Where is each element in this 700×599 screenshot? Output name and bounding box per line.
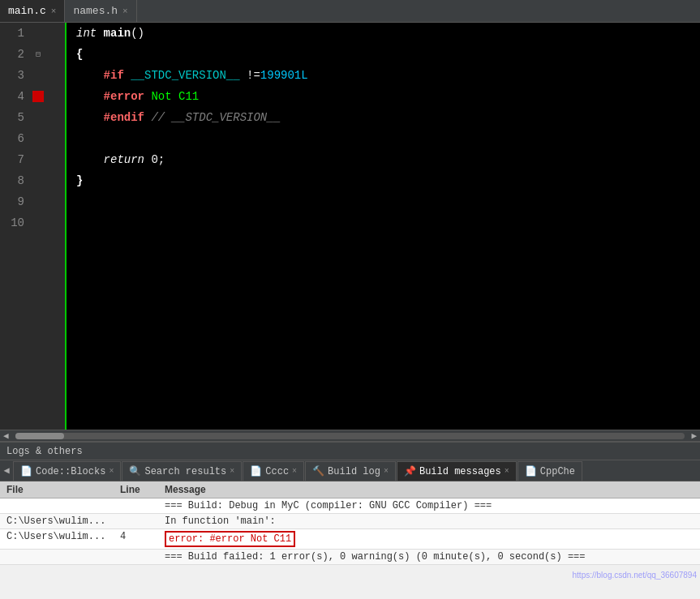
panel-tab-arrow-left[interactable]: ◀ [0, 460, 13, 481]
line-row-10: 10 [0, 212, 65, 233]
msg-line-3: 4 [120, 531, 165, 542]
code-line-10 [73, 212, 700, 233]
message-row-2: C:\Users\wulim... In function 'main': [0, 514, 700, 529]
code-line-3: #if __STDC_VERSION__ !=199901L [73, 65, 700, 86]
code-line-4: #error Not C11 [73, 86, 700, 107]
line-row-5: 5 [0, 107, 65, 128]
messages-header: File Line Message [0, 481, 700, 498]
code-open-brace: { [76, 48, 83, 61]
code-main-func: main [104, 27, 131, 40]
panel-tab-buildmessages-close[interactable]: × [505, 467, 509, 476]
code-hash-endif: #endif [76, 111, 151, 124]
cppche-icon: 📄 [525, 465, 537, 477]
tab-names-h-close[interactable]: × [122, 6, 128, 16]
tab-main-c-close[interactable]: × [51, 6, 57, 16]
line-number-10: 10 [0, 216, 31, 229]
tab-names-h-label: names.h [73, 5, 118, 17]
buildmessages-icon: 📌 [404, 465, 416, 477]
line-number-5: 5 [0, 111, 31, 124]
message-row-4: === Build failed: 1 error(s), 0 warning(… [0, 550, 700, 565]
codeblocks-icon: 📄 [20, 465, 32, 477]
panel-tab-cccc[interactable]: 📄 Cccc × [243, 461, 304, 481]
code-comment-stdc: // __STDC_VERSION__ [151, 111, 281, 124]
line-row-6: 6 [0, 128, 65, 149]
panel-tab-cppche[interactable]: 📄 CppChe [517, 461, 582, 481]
code-line-5: #endif // __STDC_VERSION__ [73, 107, 700, 128]
msg-text-2: In function 'main': [165, 516, 694, 527]
code-hash-error: #error [76, 90, 151, 103]
cccc-icon: 📄 [250, 465, 262, 477]
line-number-3: 3 [0, 69, 31, 82]
line-number-9: 9 [0, 195, 31, 208]
tab-main-c-label: main.c [8, 5, 46, 17]
panel-tab-buildlog[interactable]: 🔨 Build log × [305, 461, 396, 481]
horizontal-scrollbar[interactable]: ◀ ▶ [0, 430, 700, 441]
line-row-2: 2 ⊟ [0, 44, 65, 65]
code-close-brace: } [76, 174, 83, 187]
error-message-highlight: error: #error Not C11 [165, 531, 295, 547]
code-editor[interactable]: int main() { #if __STDC_VERSION__ !=1999… [67, 23, 700, 430]
panel-tab-buildmessages[interactable]: 📌 Build messages × [397, 461, 517, 481]
message-row-1: === Build: Debug in MyC (compiler: GNU G… [0, 498, 700, 514]
panel-tab-bar: ◀ 📄 Code::Blocks × 🔍 Search results × 📄 … [0, 460, 700, 481]
editor-tab-bar: main.c × names.h × [0, 0, 700, 23]
code-return-kw: return [76, 153, 151, 166]
line-row-4: 4 [0, 86, 65, 107]
panel-header-label: Logs & others [6, 446, 83, 457]
col-header-file: File [6, 484, 120, 495]
messages-area[interactable]: File Line Message === Build: Debug in My… [0, 481, 700, 599]
scroll-right-arrow[interactable]: ▶ [688, 430, 700, 441]
line-number-4: 4 [0, 90, 31, 103]
code-semicolon: ; [158, 153, 165, 166]
watermark-container: https://blog.csdn.net/qq_36607894 [0, 565, 700, 581]
bottom-panel: Logs & others ◀ 📄 Code::Blocks × 🔍 Searc… [0, 441, 700, 599]
code-keyword-int: int [76, 27, 104, 40]
col-header-message: Message [165, 484, 694, 495]
line-row-3: 3 [0, 65, 65, 86]
line-number-1: 1 [0, 27, 31, 40]
line-row-7: 7 [0, 149, 65, 170]
line-row-9: 9 [0, 191, 65, 212]
panel-tab-buildlog-label: Build log [328, 466, 380, 477]
code-hash-if: #if [76, 69, 131, 82]
panel-tab-cccc-close[interactable]: × [292, 467, 297, 476]
line-number-7: 7 [0, 153, 31, 166]
code-return-val: 0 [151, 153, 157, 166]
code-parens-1: () [131, 27, 144, 40]
code-line-1: int main() [73, 23, 700, 44]
panel-tab-codeblocks-label: Code::Blocks [36, 466, 105, 477]
panel-tab-search-close[interactable]: × [230, 467, 234, 476]
panel-tab-buildlog-close[interactable]: × [384, 467, 389, 476]
line-number-8: 8 [0, 174, 31, 187]
line-numbers-gutter: 1 2 ⊟ 3 4 5 6 7 [0, 23, 67, 430]
panel-tab-search[interactable]: 🔍 Search results × [122, 461, 242, 481]
tab-main-c[interactable]: main.c × [0, 0, 65, 22]
panel-tab-codeblocks-close[interactable]: × [109, 467, 114, 476]
panel-tab-cppche-label: CppChe [540, 466, 575, 477]
code-version-num: 199901L [260, 69, 308, 82]
message-row-3: C:\Users\wulim... 4 error: #error Not C1… [0, 529, 700, 550]
panel-tab-codeblocks[interactable]: 📄 Code::Blocks × [13, 461, 121, 481]
scroll-thumb[interactable] [15, 433, 64, 439]
editor-area: 1 2 ⊟ 3 4 5 6 7 [0, 23, 700, 430]
line-number-2: 2 [0, 48, 31, 61]
scroll-left-arrow[interactable]: ◀ [0, 430, 12, 441]
code-line-2: { [73, 44, 700, 65]
panel-tab-buildmessages-label: Build messages [419, 466, 501, 477]
red-error-square [32, 91, 44, 102]
scroll-track[interactable] [15, 433, 685, 439]
panel-header: Logs & others [0, 443, 700, 460]
code-line-7: return 0; [73, 149, 700, 170]
line-row-8: 8 [0, 170, 65, 191]
msg-text-4: === Build failed: 1 error(s), 0 warning(… [165, 551, 694, 563]
code-line-8: } [73, 170, 700, 191]
panel-tab-search-label: Search results [144, 466, 226, 477]
code-stdc-version: __STDC_VERSION__ [131, 69, 239, 82]
code-line-6 [73, 128, 700, 149]
code-line-9 [73, 191, 700, 212]
tab-names-h[interactable]: names.h × [65, 0, 136, 22]
fold-icon-2[interactable]: ⊟ [31, 49, 45, 59]
code-neq: != [240, 69, 260, 82]
msg-text-3: error: #error Not C11 [165, 531, 694, 547]
code-not-c11: Not C11 [151, 90, 199, 103]
